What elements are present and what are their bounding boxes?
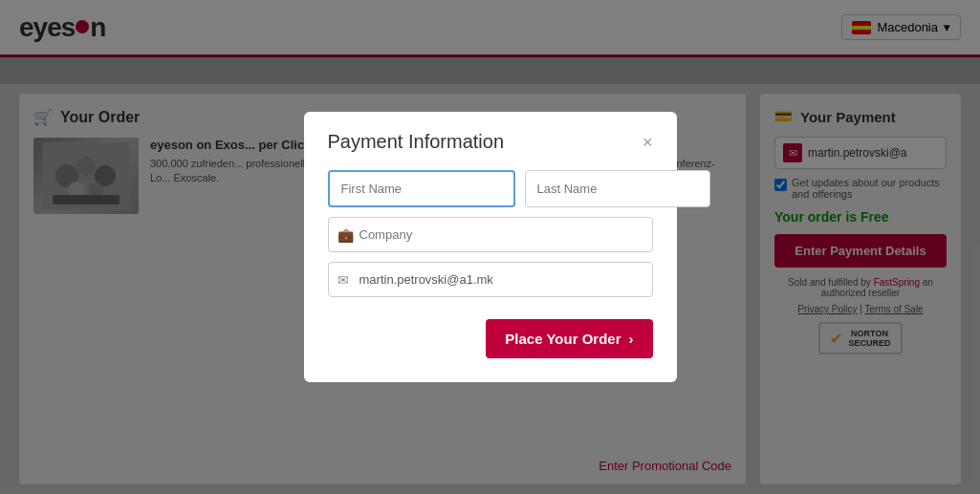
payment-modal: Payment Information × 💼 ✉ Place Your Ord… <box>304 112 677 382</box>
name-row <box>328 170 653 207</box>
modal-header: Payment Information × <box>328 131 653 153</box>
email-icon-modal: ✉ <box>338 272 349 288</box>
modal-overlay: Payment Information × 💼 ✉ Place Your Ord… <box>0 0 980 494</box>
place-order-button[interactable]: Place Your Order › <box>486 319 652 358</box>
email-row-modal: ✉ <box>328 262 653 297</box>
modal-close-button[interactable]: × <box>642 134 653 151</box>
first-name-input[interactable] <box>328 170 515 207</box>
modal-title: Payment Information <box>328 131 505 153</box>
company-input[interactable] <box>328 217 653 252</box>
email-input[interactable] <box>328 262 653 297</box>
last-name-input[interactable] <box>525 170 710 207</box>
company-row: 💼 <box>328 217 653 252</box>
place-order-label: Place Your Order <box>505 331 621 347</box>
arrow-icon: › <box>629 331 634 347</box>
briefcase-icon: 💼 <box>338 227 354 243</box>
